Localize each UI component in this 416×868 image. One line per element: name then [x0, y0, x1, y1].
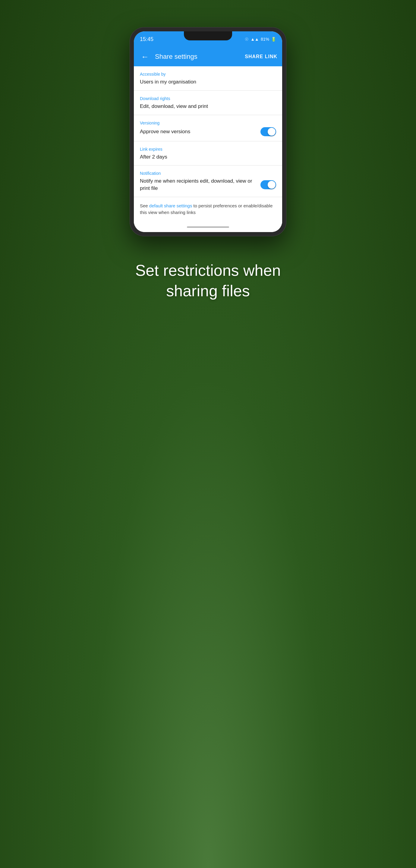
download-rights-value[interactable]: Edit, download, view and print	[140, 103, 276, 110]
share-link-button[interactable]: SHARE LINK	[245, 54, 277, 59]
notification-toggle-knob	[268, 181, 275, 189]
bottom-caption: Set restrictions when sharing files	[118, 260, 298, 301]
section-download-rights: Download rights Edit, download, view and…	[134, 91, 282, 115]
app-bar: ← Share settings SHARE LINK	[134, 47, 282, 66]
versioning-toggle[interactable]	[261, 127, 276, 136]
notification-value: Notify me when recipients edit, download…	[140, 178, 261, 192]
notification-toggle[interactable]	[261, 180, 276, 189]
accessible-by-label: Accessible by	[140, 72, 276, 76]
section-accessible-by: Accessible by Users in my organisation	[134, 66, 282, 91]
notification-label: Notification	[140, 171, 276, 176]
versioning-toggle-knob	[268, 128, 275, 135]
notch	[184, 31, 232, 40]
home-bar	[187, 226, 229, 228]
footer-prefix: See	[140, 203, 149, 208]
link-expires-label: Link expires	[140, 147, 276, 152]
section-notification: Notification Notify me when recipients e…	[134, 165, 282, 197]
status-bar: 15:45 ☉ ▲▲ 81% 🔋	[134, 31, 282, 47]
battery-icon: 🔋	[271, 37, 276, 41]
accessible-by-value[interactable]: Users in my organisation	[140, 79, 276, 86]
content: Accessible by Users in my organisation D…	[134, 66, 282, 232]
status-icons: ☉ ▲▲ 81% 🔋	[245, 37, 276, 41]
link-expires-value[interactable]: After 2 days	[140, 153, 276, 161]
versioning-value: Approve new versions	[140, 128, 261, 135]
versioning-row: Approve new versions	[140, 127, 276, 136]
section-versioning: Versioning Approve new versions	[134, 115, 282, 141]
battery-text: 81%	[261, 37, 269, 41]
wifi-icon: ☉	[245, 37, 249, 41]
status-time: 15:45	[140, 36, 153, 42]
signal-icon: ▲▲	[250, 37, 259, 41]
versioning-label: Versioning	[140, 121, 276, 125]
home-indicator	[134, 222, 282, 232]
back-button[interactable]: ←	[139, 51, 151, 63]
app-bar-title: Share settings	[155, 53, 241, 61]
footer-note: See default share settings to persist pr…	[134, 197, 282, 222]
phone-inner: 15:45 ☉ ▲▲ 81% 🔋 ← Share settings SHARE …	[134, 31, 282, 232]
phone-wrapper: 15:45 ☉ ▲▲ 81% 🔋 ← Share settings SHARE …	[130, 27, 286, 236]
section-link-expires: Link expires After 2 days	[134, 141, 282, 166]
notification-row: Notify me when recipients edit, download…	[140, 178, 276, 192]
download-rights-label: Download rights	[140, 96, 276, 101]
default-share-settings-link[interactable]: default share settings	[149, 203, 192, 208]
